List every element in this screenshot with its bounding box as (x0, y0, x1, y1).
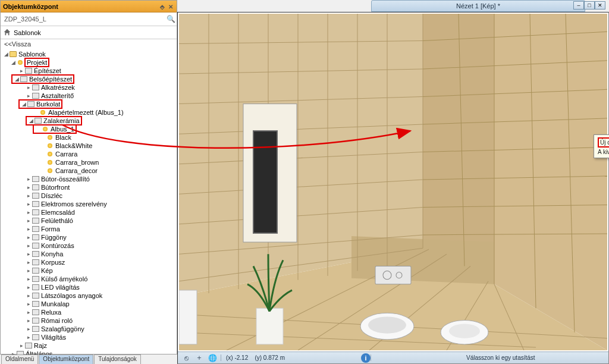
minimize-icon[interactable]: – (573, 1, 584, 10)
tree-item[interactable]: ▸Munkalap (2, 300, 177, 308)
tree-item[interactable]: ▸Világítás (2, 333, 177, 341)
close-icon[interactable]: ✕ (168, 4, 174, 10)
maximize-icon[interactable]: □ (584, 1, 595, 10)
tree-item[interactable]: ▸Reluxa (2, 308, 177, 316)
tree-item[interactable]: ▸Római roló (2, 316, 177, 325)
info-icon[interactable]: i (361, 353, 371, 363)
statusbar: ⎋ ＋ 🌐 (x) -2.12 (y) 0.872 m i Válasszon … (178, 352, 608, 363)
status-message: Válasszon ki egy utasítást (371, 354, 608, 361)
tree-item[interactable]: ▸Elektromos szerelvény (2, 200, 177, 208)
tree-item[interactable]: Black&White (2, 142, 177, 150)
tree-item[interactable]: Carrara_decor (2, 167, 177, 175)
object-center-panel: Objektumközpont ⬘ ✕ 🔍 Sablonok <<Vissza … (0, 0, 177, 354)
svg-rect-51 (179, 290, 197, 344)
globe-icon[interactable]: 🌐 (208, 353, 217, 363)
tree-albus1[interactable]: Albus_1 (2, 125, 177, 133)
tab-oldalmenu[interactable]: Oldalmenü (1, 354, 38, 364)
tree-item[interactable]: ▸Felületháló (2, 216, 177, 225)
svg-rect-52 (256, 308, 283, 344)
tree-epiteszet[interactable]: ▸ Építészet (2, 67, 177, 75)
tree-item[interactable]: ▸LED világítás (2, 283, 177, 291)
tree-item[interactable]: ▸Kontúrozás (2, 241, 177, 250)
pin-icon[interactable]: ⬘ (160, 4, 166, 10)
tree-item[interactable]: Carrara (2, 150, 177, 158)
tree-item[interactable]: ▸Függöny (2, 233, 177, 241)
tree-burkolat[interactable]: ◢ Burkolat (2, 100, 177, 108)
tree-item[interactable]: ▸Alkatrészek (2, 83, 177, 92)
breadcrumb[interactable]: Sablonok (1, 26, 177, 39)
svg-rect-42 (253, 131, 277, 233)
tree-item[interactable]: ▸Asztalterítő (2, 92, 177, 100)
home-icon[interactable] (3, 28, 11, 37)
panel-title: Objektumközpont (3, 3, 158, 10)
tree-item[interactable]: Carrara_brown (2, 158, 177, 167)
close-icon[interactable]: ✕ (595, 1, 605, 10)
tab-tulajdonsagok[interactable]: Tulajdonságok (94, 354, 141, 364)
tree-item[interactable]: ▸Díszléc (2, 192, 177, 200)
category-icon (20, 76, 27, 82)
tree-item[interactable]: ▸Bútorfront (2, 183, 177, 192)
panel-titlebar: Objektumközpont ⬘ ✕ (1, 1, 177, 12)
tree-item[interactable]: ▸Elemcsalád (2, 208, 177, 216)
tree-item[interactable]: ▸Szalagfüggöny (2, 325, 177, 333)
tree-item[interactable]: ▸Külső árnyékoló (2, 275, 177, 283)
tree-item[interactable]: Black (2, 133, 177, 142)
search-row: 🔍 (1, 12, 177, 26)
viewport-title: Nézet 1 [Kép] * (456, 2, 500, 10)
tree-root[interactable]: ◢ Sablonok (2, 50, 177, 58)
tab-objektumkozpont[interactable]: Objektumközpont (39, 354, 93, 364)
window-controls: – □ ✕ (573, 1, 605, 10)
plus-icon[interactable]: ＋ (194, 353, 204, 363)
tree-item[interactable]: ▸Rajz (2, 341, 177, 350)
viewport-titlebar[interactable]: Nézet 1 [Kép] * (371, 0, 585, 12)
breadcrumb-label: Sablonok (14, 29, 41, 36)
bulb-icon (18, 60, 23, 65)
category-icon (25, 68, 32, 74)
tree-item[interactable]: ▸Kép (2, 266, 177, 275)
tooltip-title: Új csempézés/festés (598, 137, 609, 148)
bottom-tabs: Oldalmenü Objektumközpont Tulajdonságok (1, 354, 141, 364)
svg-rect-44 (375, 266, 411, 284)
tree-item[interactable]: ▸Konyha (2, 250, 177, 258)
tooltip-box: Új csempézés/festés A kiválasztott stílu… (594, 134, 609, 158)
tree-item[interactable]: ▸Forma (2, 225, 177, 233)
viewport-frame: ⎋ ＋ 🌐 (x) -2.12 (y) 0.872 m i Válasszon … (177, 12, 609, 364)
tree-item[interactable]: ▸Látszólagos anyagok (2, 291, 177, 300)
viewport-3d[interactable] (179, 14, 607, 350)
tree-item[interactable]: ▸Bútor-összeállító (2, 175, 177, 183)
tree: ◢ Sablonok ◢ Projekt ▸ Építészet ◢ Belső… (1, 49, 177, 358)
tree-item[interactable]: ▸Korpusz (2, 258, 177, 266)
tree-projekt[interactable]: ◢ Projekt (2, 58, 177, 67)
coords: (x) -2.12 (y) 0.872 m (221, 354, 290, 361)
svg-point-50 (449, 324, 480, 338)
compass-icon[interactable]: ⎋ (181, 353, 191, 363)
back-link[interactable]: <<Vissza (1, 39, 177, 49)
tooltip-sub: A kiválasztott stílus aktiválása (598, 149, 609, 155)
tree-item[interactable]: Alapértelmezett (Albus_1) (2, 108, 177, 117)
search-icon[interactable]: 🔍 (165, 15, 177, 23)
svg-point-48 (368, 316, 406, 333)
viewport-panel: Nézet 1 [Kép] * – □ ✕ (177, 0, 609, 364)
tree-belso[interactable]: ◢ Belsőépítészet (2, 75, 177, 83)
tree-zalakeramia[interactable]: ◢ Zalakerámia (2, 117, 177, 125)
search-input[interactable] (1, 12, 165, 26)
